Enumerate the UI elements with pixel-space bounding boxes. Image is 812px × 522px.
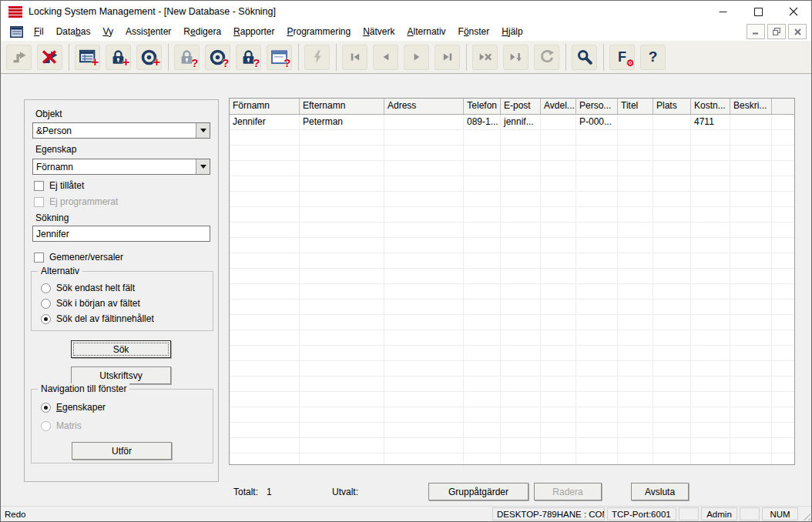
column-header[interactable]: Kostn... xyxy=(691,99,730,114)
nav-skip-down-button[interactable] xyxy=(503,45,528,70)
search-input[interactable] xyxy=(32,226,210,242)
table-row[interactable]: JenniferPeterman089-1...jennif...P-000..… xyxy=(230,115,794,130)
menu-rapporter[interactable]: Rapporter xyxy=(227,25,280,39)
menu-assistenter[interactable]: Assistenter xyxy=(119,25,177,39)
refresh-button[interactable] xyxy=(534,45,559,70)
table-cell xyxy=(772,115,794,129)
resize-grip[interactable] xyxy=(800,510,810,520)
menu-redigera[interactable]: Redigera xyxy=(177,25,227,39)
new-object-button[interactable]: + xyxy=(75,45,100,70)
table-cell xyxy=(730,253,772,268)
column-header[interactable] xyxy=(772,99,794,114)
chevron-down-icon[interactable] xyxy=(196,159,210,174)
mdi-restore-button[interactable] xyxy=(767,24,786,39)
close-icon xyxy=(789,7,798,16)
gemener-versaler-checkbox[interactable]: Gemener/versaler xyxy=(34,252,123,263)
nav-first-button[interactable] xyxy=(342,45,367,70)
menu-natverk[interactable]: Nätverk xyxy=(357,25,401,39)
results-header-row: FörnamnEfternamnAdressTelefonE-postAvdel… xyxy=(230,99,794,115)
radio-icon[interactable] xyxy=(41,283,51,293)
table-cell xyxy=(730,330,772,345)
menu-alternativ[interactable]: Alternativ xyxy=(401,25,452,39)
table-cell xyxy=(384,161,464,176)
ej-tillatet-checkbox[interactable]: Ej tillåtet xyxy=(34,180,84,191)
menu-databas[interactable]: Databas xyxy=(50,25,97,39)
execute-button[interactable]: Utför xyxy=(72,442,172,460)
table-cell xyxy=(230,176,300,191)
login-button[interactable] xyxy=(6,45,32,70)
nav-next-button[interactable] xyxy=(404,45,429,70)
table-cell xyxy=(384,299,464,314)
nav-skip-x-button[interactable] xyxy=(472,45,498,70)
nav-last-button[interactable] xyxy=(435,45,460,70)
radio-icon[interactable] xyxy=(41,403,51,413)
radio-icon[interactable] xyxy=(41,314,51,324)
table-cell xyxy=(541,346,576,360)
search-icon xyxy=(575,48,594,66)
column-header[interactable]: E-post xyxy=(501,99,541,114)
column-header[interactable]: Perso... xyxy=(576,99,618,114)
results-table: FörnamnEfternamnAdressTelefonE-postAvdel… xyxy=(229,98,795,465)
column-header[interactable]: Efternamn xyxy=(300,99,384,114)
window-close-button[interactable] xyxy=(776,1,811,22)
chevron-down-icon[interactable] xyxy=(196,123,210,138)
table-row-empty xyxy=(230,130,794,146)
mdi-close-button[interactable] xyxy=(788,24,807,39)
new-lock-icon: + xyxy=(109,48,128,66)
search-panel: Objekt &Person Egenskap Förnamn Ej tillå… xyxy=(24,99,219,482)
table-cell xyxy=(541,284,576,299)
objekt-combobox[interactable]: &Person xyxy=(32,122,210,139)
checkbox-icon[interactable] xyxy=(34,181,44,191)
lock-state-button[interactable]: ? xyxy=(236,45,261,70)
menu-vy[interactable]: Vy xyxy=(96,25,119,39)
radio-sok-endast-helt-falt[interactable]: Sök endast helt fält xyxy=(41,283,135,293)
column-header[interactable]: Avdel... xyxy=(541,99,576,114)
table-cell xyxy=(464,269,501,283)
radio-sok-del-av-faltinnehallet[interactable]: Sök del av fältinnehållet xyxy=(41,313,154,324)
column-header[interactable]: Telefon xyxy=(464,99,501,114)
table-cell xyxy=(576,130,618,145)
window-maximize-button[interactable] xyxy=(740,1,776,22)
radio-egenskaper[interactable]: Egenskaper xyxy=(41,402,106,413)
table-cell xyxy=(772,376,794,391)
table-cell xyxy=(576,407,618,422)
search-button[interactable] xyxy=(572,45,597,70)
close-button[interactable]: Avsluta xyxy=(631,483,689,500)
menu-hjalp[interactable]: Hjälp xyxy=(495,25,528,39)
logout-button[interactable] xyxy=(37,45,62,70)
program-button[interactable] xyxy=(304,45,330,70)
group-actions-button[interactable]: Gruppåtgärder xyxy=(428,483,528,500)
table-row-empty xyxy=(230,223,794,238)
new-transponder-icon: + xyxy=(140,48,159,66)
print-view-button[interactable]: Utskriftsvy xyxy=(71,366,171,384)
column-header[interactable]: Plats xyxy=(653,99,691,114)
column-header[interactable]: Förnamn xyxy=(230,99,300,114)
window-minimize-button[interactable] xyxy=(705,1,740,22)
table-cell xyxy=(576,269,618,283)
menu-programmering[interactable]: Programmering xyxy=(280,25,357,39)
help-button[interactable]: ? xyxy=(640,45,666,70)
table-cell xyxy=(384,115,464,129)
nav-prev-button[interactable] xyxy=(373,45,398,70)
new-lock-button[interactable]: + xyxy=(106,45,131,70)
table-cell xyxy=(541,238,576,253)
column-header[interactable]: Titel xyxy=(618,99,653,114)
new-transponder-button[interactable]: + xyxy=(136,45,162,70)
table-cell xyxy=(576,238,618,253)
table-cell xyxy=(501,361,541,376)
search-submit-button[interactable]: Sök xyxy=(71,340,171,358)
read-lock-button[interactable]: ? xyxy=(174,45,200,70)
radio-icon[interactable] xyxy=(41,299,51,309)
radio-sok-i-borjan[interactable]: Sök i början av fältet xyxy=(41,298,140,309)
read-window-button[interactable]: ? xyxy=(267,45,292,70)
checkbox-icon[interactable] xyxy=(34,253,44,263)
menu-fonster[interactable]: Fönster xyxy=(452,25,496,39)
mdi-minimize-button[interactable] xyxy=(747,24,765,39)
alternativ-title: Alternativ xyxy=(38,266,82,276)
column-header[interactable]: Beskri... xyxy=(730,99,772,114)
read-transponder-button[interactable]: ? xyxy=(205,45,230,70)
egenskap-combobox[interactable]: Förnamn xyxy=(32,159,210,175)
filter-settings-button[interactable]: F⚙ xyxy=(609,45,635,70)
menu-fil[interactable]: Fil xyxy=(28,25,50,39)
column-header[interactable]: Adress xyxy=(384,99,464,114)
